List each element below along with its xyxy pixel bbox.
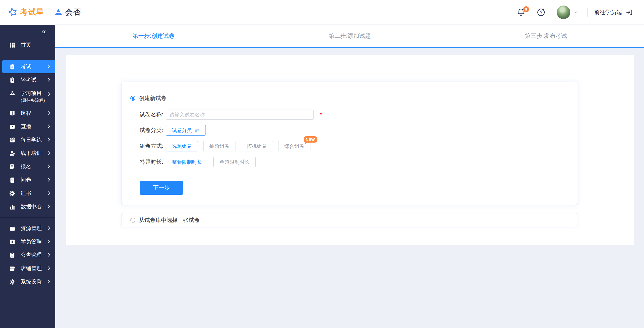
sidebar-item-announcement-management[interactable]: 公告管理 bbox=[0, 248, 55, 262]
sidebar-item-label: 轻考试 bbox=[21, 77, 48, 83]
answer-duration-label: 答题时长: bbox=[140, 158, 166, 166]
sidebar-item-home[interactable]: 首页 bbox=[0, 38, 55, 52]
chevron-down-icon bbox=[574, 10, 579, 15]
help-icon: ? bbox=[537, 8, 546, 17]
step-1-create-paper[interactable]: 第一步:创建试卷 bbox=[55, 25, 252, 47]
sidebar-collapse-button[interactable]: « bbox=[42, 28, 46, 35]
paper-name-label: 试卷名称: bbox=[140, 111, 166, 118]
chevron-right-icon bbox=[48, 111, 50, 116]
sidebar-item-label: 数据中心 bbox=[21, 203, 48, 210]
help-button[interactable]: ? bbox=[537, 8, 546, 17]
sidebar-divider bbox=[0, 217, 55, 218]
sidebar-item-label: 首页 bbox=[21, 42, 50, 48]
chevron-right-icon bbox=[48, 178, 50, 183]
method-draw-questions-button[interactable]: 抽题组卷 bbox=[203, 141, 235, 151]
brand-star-icon bbox=[8, 7, 18, 18]
org-logo-icon bbox=[54, 8, 63, 17]
chevron-right-icon bbox=[48, 64, 50, 70]
chevron-right-icon bbox=[48, 78, 50, 83]
sidebar-item-signup[interactable]: 报名 bbox=[0, 160, 55, 173]
notification-count-badge: 9 bbox=[523, 6, 530, 13]
sidebar-divider bbox=[0, 56, 55, 56]
sidebar-item-data-center[interactable]: 数据中心 bbox=[0, 200, 55, 213]
sidebar-item-label: 证书 bbox=[21, 190, 48, 196]
sidebar-item-label: 公告管理 bbox=[21, 252, 48, 258]
org-name: 会否 bbox=[65, 7, 81, 17]
student-portal-link[interactable]: 前往学员端 bbox=[594, 8, 633, 16]
radio-create-new-paper[interactable] bbox=[130, 96, 135, 101]
chevron-right-icon bbox=[48, 239, 50, 245]
sidebar-item-light-exam[interactable]: 轻考试 bbox=[0, 73, 55, 87]
gear-icon bbox=[9, 279, 16, 285]
top-header: 考试星 会否 9 bbox=[0, 0, 644, 25]
chevron-right-icon bbox=[48, 226, 50, 231]
chevron-right-icon bbox=[48, 191, 50, 196]
sidebar-item-label: 考试 bbox=[21, 63, 48, 70]
sidebar-item-survey[interactable]: ? 问卷 bbox=[0, 173, 55, 187]
document-pencil-icon bbox=[9, 163, 16, 170]
sidebar-item-label: 课程 bbox=[21, 110, 48, 116]
create-new-paper-label: 创建新试卷 bbox=[139, 94, 167, 102]
paper-category-label: 试卷分类: bbox=[140, 126, 166, 134]
sidebar-item-learning-project[interactable]: 学习项目 (原任务流程) bbox=[0, 87, 55, 107]
step-3-publish-exam[interactable]: 第三步:发布考试 bbox=[448, 25, 644, 47]
chevron-right-icon bbox=[48, 164, 50, 170]
method-comprehensive-button[interactable]: 综合组卷 NEW bbox=[278, 141, 310, 151]
method-random-button[interactable]: 随机组卷 bbox=[241, 141, 273, 151]
document-question-icon: ? bbox=[9, 177, 16, 183]
radio-select-from-library[interactable] bbox=[130, 218, 135, 223]
chevron-right-icon bbox=[48, 151, 50, 156]
header-actions: 9 ? 前往学员端 bbox=[516, 6, 633, 19]
chevron-right-icon bbox=[48, 266, 50, 271]
sidebar-item-label: 学习项目 bbox=[21, 90, 48, 96]
sidebar-item-shop-management[interactable]: 店铺管理 bbox=[0, 262, 55, 275]
svg-text:?: ? bbox=[11, 178, 13, 182]
sidebar-item-label: 店铺管理 bbox=[21, 265, 48, 272]
next-step-button[interactable]: 下一步 bbox=[140, 181, 183, 195]
clipboard-lines-icon bbox=[9, 252, 16, 258]
bar-chart-icon bbox=[9, 204, 16, 210]
avatar bbox=[557, 6, 570, 19]
person-flag-icon bbox=[9, 150, 16, 157]
paper-name-input[interactable] bbox=[166, 110, 314, 120]
sidebar-item-sublabel: (原任务流程) bbox=[21, 97, 48, 103]
book-icon bbox=[9, 110, 16, 117]
grid-icon bbox=[9, 42, 16, 48]
storefront-icon bbox=[9, 265, 16, 272]
chevron-right-icon bbox=[48, 138, 50, 143]
sidebar-item-daily-practice[interactable]: 每日学练 bbox=[0, 133, 55, 147]
required-asterisk: * bbox=[320, 111, 322, 118]
chevron-right-icon bbox=[48, 92, 50, 97]
content-panel: 创建新试卷 试卷名称: * 试卷分类: 试卷分类 bbox=[66, 55, 634, 245]
sidebar-item-label: 直播 bbox=[21, 123, 48, 130]
notifications-button[interactable]: 9 bbox=[516, 8, 526, 17]
user-menu[interactable] bbox=[557, 6, 579, 19]
sidebar-item-label: 报名 bbox=[21, 163, 48, 170]
sidebar-item-student-management[interactable]: 学员管理 bbox=[0, 235, 55, 248]
paper-category-button[interactable]: 试卷分类 bbox=[166, 125, 206, 136]
app-window: 考试星 会否 9 bbox=[0, 0, 644, 328]
chevron-right-icon bbox=[48, 204, 50, 210]
sidebar-item-system-settings[interactable]: 系统设置 bbox=[0, 275, 55, 288]
brand-area: 考试星 会否 bbox=[8, 7, 81, 18]
sidebar-item-offline-training[interactable]: 线下培训 bbox=[0, 147, 55, 160]
sidebar-item-live[interactable]: 直播 bbox=[0, 120, 55, 133]
method-pick-questions-button[interactable]: 选题组卷 bbox=[166, 141, 198, 151]
sidebar-item-certificate[interactable]: 证书 bbox=[0, 187, 55, 200]
category-list-icon bbox=[194, 128, 200, 133]
sidebar-item-label: 系统设置 bbox=[21, 278, 48, 285]
step-2-add-questions[interactable]: 第二步:添加试题 bbox=[252, 25, 448, 47]
duration-whole-paper-button[interactable]: 整卷限制时长 bbox=[166, 157, 208, 167]
calendar-check-icon bbox=[9, 137, 16, 143]
paper-form: 试卷名称: * 试卷分类: 试卷分类 bbox=[140, 110, 578, 195]
folder-icon bbox=[9, 225, 16, 232]
assembly-method-label: 组卷方式: bbox=[140, 142, 166, 150]
duration-per-question-button[interactable]: 单题限制时长 bbox=[213, 157, 256, 167]
sidebar-item-course[interactable]: 课程 bbox=[0, 107, 55, 120]
select-from-library-label: 从试卷库中选择一张试卷 bbox=[139, 216, 200, 224]
svg-text:?: ? bbox=[540, 10, 543, 15]
sidebar-item-exam[interactable]: 考试 bbox=[2, 60, 55, 73]
sidebar-item-resource-management[interactable]: 资源管理 bbox=[0, 222, 55, 235]
brand-name: 考试星 bbox=[20, 7, 44, 17]
new-badge: NEW bbox=[304, 136, 317, 143]
